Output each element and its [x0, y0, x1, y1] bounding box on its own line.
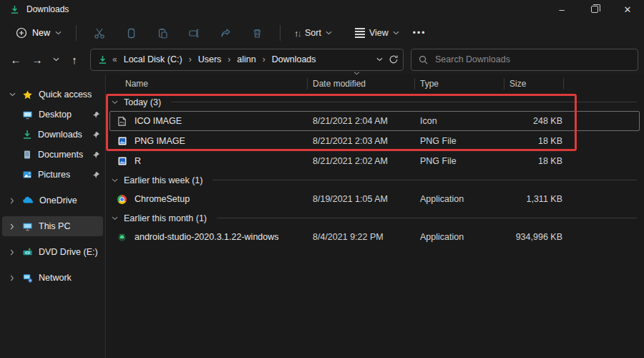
- search-box[interactable]: [411, 49, 638, 71]
- group-label: Today (3): [124, 97, 161, 107]
- sidebar-item-desktop[interactable]: Desktop: [2, 105, 103, 125]
- forward-icon: →: [32, 54, 43, 66]
- share-button[interactable]: [210, 22, 241, 44]
- downloads-icon: [22, 130, 32, 140]
- refresh-button[interactable]: [389, 54, 399, 64]
- title-bar: Downloads – ✕: [0, 0, 644, 19]
- group-label: Earlier this week (1): [124, 175, 203, 185]
- chevron-right-icon[interactable]: [8, 198, 16, 204]
- column-headers: Name Date modified Type Size: [106, 74, 644, 93]
- up-button[interactable]: ↑: [64, 49, 84, 69]
- sidebar-item-downloads[interactable]: Downloads: [2, 125, 103, 145]
- chevron-down-icon[interactable]: [112, 178, 118, 183]
- file-rows: Today (3) ICO IMAGE 8/21/2021 2:04 AM Ic…: [106, 93, 644, 247]
- forward-button[interactable]: →: [27, 49, 47, 69]
- minimize-button[interactable]: –: [545, 0, 578, 19]
- search-input[interactable]: [435, 54, 630, 64]
- sidebar-item-label: Documents: [38, 150, 83, 160]
- minimize-icon: –: [559, 4, 564, 15]
- address-dropdown-button[interactable]: [376, 57, 383, 62]
- sidebar-item-label: DVD Drive (E:) ESD-: [39, 247, 100, 257]
- document-icon: [22, 150, 32, 160]
- see-more-button[interactable]: •••: [406, 28, 434, 38]
- chevron-down-icon: [53, 57, 59, 62]
- chevron-down-icon[interactable]: [112, 100, 118, 105]
- restore-button[interactable]: [578, 0, 611, 19]
- file-row-png-image[interactable]: PNG IMAGE 8/21/2021 2:03 AM PNG File 18 …: [106, 131, 644, 151]
- paste-button[interactable]: [147, 22, 178, 44]
- delete-button[interactable]: [241, 22, 273, 44]
- sidebar-item-network[interactable]: Network: [2, 268, 103, 288]
- group-header-earlier-this-week[interactable]: Earlier this week (1): [106, 171, 644, 189]
- desktop-icon: [22, 110, 33, 120]
- file-row-r[interactable]: R 8/21/2021 2:02 AM PNG File 18 KB: [106, 151, 644, 171]
- view-label: View: [369, 28, 389, 38]
- sidebar-item-onedrive[interactable]: OneDrive: [2, 190, 103, 211]
- close-button[interactable]: ✕: [611, 0, 644, 19]
- file-type: Application: [415, 194, 504, 204]
- chevron-down-icon[interactable]: [8, 92, 16, 97]
- star-icon: [22, 90, 33, 100]
- back-icon: ←: [11, 54, 21, 66]
- column-header-type[interactable]: Type: [415, 78, 504, 90]
- breadcrumb-item-user[interactable]: alinn: [237, 54, 255, 64]
- file-size: 1,311 KB: [504, 194, 564, 204]
- network-icon: [22, 273, 33, 284]
- rename-button[interactable]: [178, 22, 210, 44]
- chevron-right-icon[interactable]: [8, 249, 16, 256]
- copy-button[interactable]: [115, 22, 147, 44]
- file-name: ChromeSetup: [135, 194, 190, 204]
- breadcrumb-overflow-icon[interactable]: «: [112, 54, 117, 64]
- file-row-chromesetup[interactable]: ChromeSetup 8/19/2021 1:05 AM Applicatio…: [106, 189, 644, 209]
- sidebar-item-label: OneDrive: [39, 195, 77, 205]
- group-label: Earlier this month (1): [124, 213, 207, 223]
- plus-circle-icon: [16, 27, 27, 39]
- file-type: PNG File: [415, 156, 504, 166]
- group-divider-line: [217, 218, 637, 218]
- restore-icon: [591, 6, 598, 13]
- new-button[interactable]: New: [9, 23, 69, 43]
- cut-button[interactable]: [84, 22, 115, 44]
- sidebar-item-dvd-drive[interactable]: DVD Drive (E:) ESD-: [2, 242, 103, 262]
- column-header-date-modified[interactable]: Date modified: [308, 78, 415, 90]
- file-size: 248 KB: [504, 116, 564, 126]
- chevron-down-icon[interactable]: [112, 216, 118, 221]
- group-header-earlier-this-month[interactable]: Earlier this month (1): [106, 209, 644, 227]
- file-size: 934,996 KB: [504, 232, 564, 242]
- file-date: 8/19/2021 1:05 AM: [308, 194, 415, 204]
- sidebar-item-this-pc[interactable]: This PC: [2, 216, 103, 236]
- group-header-today[interactable]: Today (3): [106, 93, 644, 111]
- column-header-size[interactable]: Size: [504, 78, 564, 90]
- new-label: New: [32, 28, 50, 38]
- file-row-ico-image[interactable]: ICO IMAGE 8/21/2021 2:04 AM Icon 248 KB: [109, 111, 640, 131]
- file-row-android-studio[interactable]: android-studio-2020.3.1.22-windows 8/4/2…: [106, 227, 644, 247]
- view-button[interactable]: View: [348, 24, 406, 42]
- back-button[interactable]: ←: [6, 49, 26, 69]
- column-header-name[interactable]: Name: [106, 78, 308, 90]
- file-date: 8/21/2021 2:04 AM: [308, 116, 415, 126]
- chevron-down-icon: [326, 31, 332, 35]
- breadcrumb-item-drive[interactable]: Local Disk (C:): [124, 54, 182, 64]
- breadcrumb-item-downloads[interactable]: Downloads: [272, 54, 316, 64]
- chevron-down-icon: [55, 31, 62, 35]
- file-date: 8/21/2021 2:03 AM: [308, 136, 415, 146]
- pin-icon: [92, 171, 100, 179]
- sidebar-item-label: Network: [39, 273, 72, 283]
- sidebar-item-quick-access[interactable]: Quick access: [2, 84, 103, 105]
- sidebar-item-pictures[interactable]: Pictures: [2, 165, 103, 185]
- png-file-icon: [116, 155, 128, 168]
- pictures-icon: [22, 170, 32, 180]
- chevron-right-icon: ›: [263, 54, 265, 64]
- breadcrumb-item-users[interactable]: Users: [198, 54, 222, 64]
- address-bar[interactable]: « Local Disk (C:) › Users › alinn › Down…: [90, 49, 404, 71]
- chevron-right-icon[interactable]: [8, 223, 16, 230]
- chevron-right-icon: ›: [228, 54, 230, 64]
- chevron-right-icon[interactable]: [8, 275, 16, 281]
- search-icon: [419, 55, 428, 64]
- sidebar-item-documents[interactable]: Documents: [2, 145, 103, 165]
- file-type: Icon: [415, 116, 504, 126]
- file-list-pane: Name Date modified Type Size Today (3) I…: [106, 74, 644, 358]
- downloads-location-icon: [98, 55, 107, 64]
- sort-button[interactable]: ↑↓ Sort: [288, 24, 338, 43]
- recent-locations-button[interactable]: [49, 49, 63, 69]
